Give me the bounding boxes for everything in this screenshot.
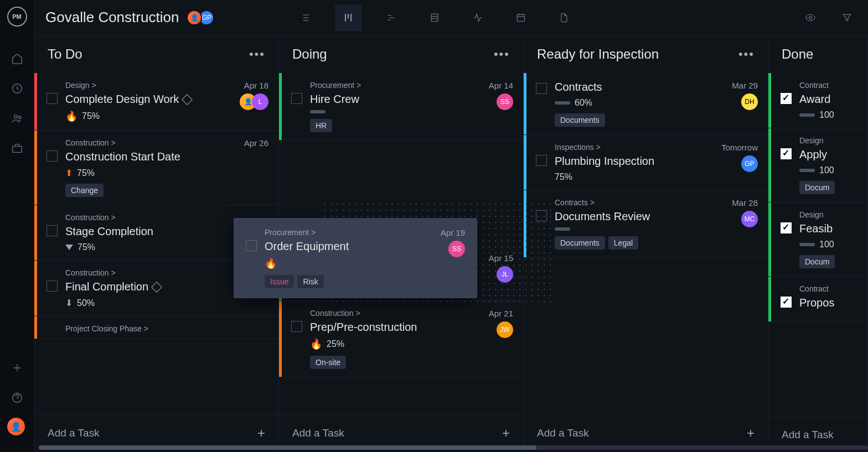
task-card[interactable]: Design > Complete Design Work 🔥75% Apr 1… — [34, 73, 278, 131]
add-icon[interactable] — [7, 358, 27, 378]
task-category: Contract — [799, 284, 857, 293]
task-category: Project Closing Phase > — [65, 324, 268, 333]
svg-point-7 — [809, 16, 812, 19]
priority-accent — [768, 73, 771, 128]
priority-accent — [279, 73, 282, 140]
task-date: Apr 19 — [441, 228, 465, 237]
column-menu-icon[interactable]: ••• — [494, 47, 510, 61]
progress-bar-icon — [799, 113, 815, 117]
help-icon[interactable] — [7, 388, 27, 408]
add-task-label: Add a Task — [292, 427, 344, 439]
task-category: Construction > — [310, 309, 474, 318]
project-title: Govalle Construction — [45, 9, 179, 26]
task-card[interactable]: Construction > Prep/Pre-construction 🔥25… — [279, 301, 523, 377]
task-tag: Issue — [265, 275, 294, 288]
task-category: Contract — [799, 81, 857, 90]
task-progress: 50% — [77, 298, 95, 308]
dragging-card[interactable]: Procurement > Order Equipment 🔥 IssueRis… — [234, 218, 477, 298]
assignee-avatar[interactable]: SS — [448, 241, 465, 257]
task-category: Construction > — [65, 138, 230, 147]
task-date: Apr 21 — [489, 309, 513, 318]
sheet-view-icon[interactable] — [421, 4, 448, 31]
assignee-avatar[interactable]: MC — [741, 211, 758, 227]
filter-icon[interactable] — [837, 4, 857, 31]
priority-accent — [279, 301, 282, 377]
task-tag: Documents — [555, 113, 605, 127]
calendar-view-icon[interactable] — [508, 4, 534, 31]
task-title: Documents Review — [555, 210, 719, 223]
task-category: Design — [799, 210, 857, 219]
task-checkbox[interactable] — [46, 225, 58, 236]
task-checkbox[interactable] — [781, 297, 792, 308]
briefcase-icon[interactable] — [7, 138, 27, 158]
list-view-icon[interactable] — [292, 4, 318, 31]
activity-view-icon[interactable] — [464, 4, 491, 31]
task-card[interactable]: Inspections > Plumbing Inspection 75% To… — [524, 135, 768, 190]
task-progress: 75% — [555, 172, 572, 182]
home-icon[interactable] — [7, 49, 27, 69]
assignee-avatar[interactable]: L — [252, 93, 268, 110]
priority-accent — [768, 202, 771, 276]
task-card[interactable]: Contract Propos — [768, 277, 867, 322]
column-menu-icon[interactable]: ••• — [249, 47, 265, 61]
task-card[interactable]: Design Feasib 100 Docum — [768, 202, 867, 277]
task-progress: 75% — [77, 168, 95, 178]
kanban-board: To Do ••• Design > Complete Design Work … — [34, 35, 868, 452]
priority-accent — [768, 128, 771, 202]
file-view-icon[interactable] — [551, 4, 577, 31]
app-logo[interactable]: PM — [7, 7, 27, 27]
task-checkbox[interactable] — [46, 93, 58, 104]
task-checkbox[interactable] — [781, 222, 792, 233]
task-card[interactable]: Construction > Construction Start Date ⬆… — [34, 131, 278, 205]
column-title: Done — [782, 46, 813, 62]
task-card[interactable]: Contract Award 100 — [768, 73, 867, 128]
add-task-label: Add a Task — [782, 429, 834, 441]
task-progress: 25% — [327, 339, 344, 349]
task-category: Procurement > — [310, 81, 474, 90]
progress-bar-icon — [310, 110, 326, 113]
assignee-avatar[interactable]: GP — [741, 155, 758, 172]
task-card[interactable]: Procurement > Hire Crew HR Apr 14SS — [279, 73, 523, 141]
project-members[interactable]: 👤 GP — [190, 10, 214, 25]
task-checkbox[interactable] — [46, 280, 58, 292]
task-checkbox[interactable] — [46, 150, 58, 162]
assignee-avatar[interactable]: JW — [497, 321, 513, 338]
task-checkbox[interactable] — [781, 93, 792, 104]
task-tag: Change — [65, 184, 104, 197]
column-done: Done Contract Award 100 — [768, 35, 868, 452]
people-icon[interactable] — [7, 108, 27, 128]
add-task-label: Add a Task — [48, 427, 100, 439]
task-tag: On-site — [310, 356, 346, 369]
task-checkbox[interactable] — [246, 240, 257, 251]
task-title: Final Completion — [65, 280, 230, 293]
task-checkbox[interactable] — [781, 148, 792, 159]
member-avatar[interactable]: 👤 — [187, 10, 202, 25]
user-avatar[interactable]: 👤 — [7, 418, 25, 435]
task-checkbox[interactable] — [291, 93, 302, 104]
visibility-icon[interactable] — [800, 4, 820, 31]
task-checkbox[interactable] — [536, 83, 547, 94]
task-category: Construction > — [65, 213, 230, 222]
column-menu-icon[interactable]: ••• — [738, 47, 755, 61]
priority-accent — [34, 261, 37, 316]
clock-icon[interactable] — [7, 79, 27, 98]
task-checkbox[interactable] — [291, 321, 302, 332]
task-card[interactable]: Contracts > Documents Review DocumentsLe… — [524, 190, 768, 258]
gantt-view-icon[interactable] — [378, 4, 405, 31]
flame-icon: 🔥 — [65, 110, 78, 122]
assignee-avatar[interactable]: DH — [741, 93, 758, 110]
task-title: Feasib — [799, 222, 857, 235]
priority-accent — [34, 205, 37, 260]
board-view-icon[interactable] — [335, 4, 361, 31]
arrow-down-icon: ⬇ — [65, 298, 73, 308]
svg-point-1 — [14, 115, 17, 118]
task-card[interactable]: Design Apply 100 Docum — [768, 128, 867, 202]
task-checkbox[interactable] — [536, 155, 547, 166]
assignee-avatar[interactable]: SS — [497, 93, 513, 110]
milestone-icon — [151, 282, 162, 293]
task-card[interactable]: Contracts 60% Documents Mar 29DH — [524, 73, 768, 135]
task-card[interactable]: Project Closing Phase > — [34, 316, 278, 339]
scrollbar-thumb[interactable] — [39, 445, 536, 450]
task-tag: Legal — [608, 236, 638, 250]
horizontal-scrollbar[interactable] — [39, 445, 868, 450]
